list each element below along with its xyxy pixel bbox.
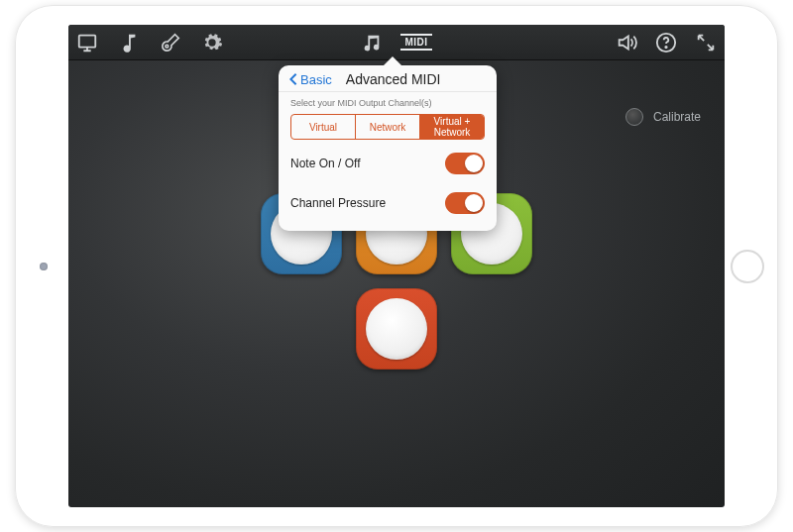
popover-subtitle: Select your MIDI Output Channel(s) bbox=[290, 98, 485, 108]
switch-channel-pressure[interactable] bbox=[445, 192, 485, 214]
setting-label: Note On / Off bbox=[290, 157, 360, 170]
setting-label: Channel Pressure bbox=[290, 196, 386, 210]
pad-red[interactable] bbox=[356, 288, 437, 370]
svg-rect-0 bbox=[79, 35, 96, 47]
calibrate-label: Calibrate bbox=[653, 110, 701, 124]
app-screen: MIDI Calibrate bbox=[68, 25, 725, 507]
midi-popover: Basic Advanced MIDI Select your MIDI Out… bbox=[279, 65, 497, 231]
popover-body: Select your MIDI Output Channel(s) Virtu… bbox=[279, 92, 497, 231]
switch-note-on-off[interactable] bbox=[445, 153, 485, 174]
calibrate-control[interactable]: Calibrate bbox=[625, 108, 701, 126]
ipad-camera bbox=[40, 263, 48, 270]
pad-disc bbox=[366, 298, 427, 360]
toolbar-right-group bbox=[432, 32, 717, 53]
back-button[interactable]: Basic bbox=[288, 72, 332, 87]
popover-header: Basic Advanced MIDI bbox=[279, 65, 497, 92]
help-icon[interactable] bbox=[655, 32, 677, 53]
note-icon[interactable] bbox=[118, 32, 140, 53]
ipad-frame: MIDI Calibrate bbox=[15, 5, 778, 527]
segment-network[interactable]: Network bbox=[356, 115, 420, 139]
toolbar: MIDI bbox=[68, 25, 725, 60]
setting-channel-pressure: Channel Pressure bbox=[290, 187, 485, 219]
popover-title: Advanced MIDI bbox=[346, 71, 441, 87]
calibrate-circle-icon bbox=[625, 108, 643, 126]
segment-virtual[interactable]: Virtual bbox=[291, 115, 356, 139]
volume-icon[interactable] bbox=[616, 32, 637, 53]
back-label: Basic bbox=[300, 72, 332, 87]
setting-note-on-off: Note On / Off bbox=[290, 148, 485, 179]
pad-row-bottom bbox=[356, 288, 437, 370]
svg-point-1 bbox=[166, 45, 169, 48]
music-notes-icon[interactable] bbox=[361, 32, 383, 53]
segmented-control: Virtual Network Virtual + Network bbox=[290, 114, 485, 140]
toolbar-left-group bbox=[76, 32, 361, 53]
ipad-home-button[interactable] bbox=[731, 250, 764, 283]
segment-virtual-network[interactable]: Virtual + Network bbox=[420, 115, 484, 139]
svg-point-3 bbox=[665, 46, 666, 47]
midi-icon[interactable]: MIDI bbox=[400, 34, 432, 51]
toolbar-center-group: MIDI bbox=[361, 32, 432, 53]
gear-icon[interactable] bbox=[201, 32, 223, 53]
fullscreen-icon[interactable] bbox=[695, 32, 717, 53]
guitar-icon[interactable] bbox=[160, 32, 181, 53]
monitor-icon[interactable] bbox=[76, 32, 98, 53]
